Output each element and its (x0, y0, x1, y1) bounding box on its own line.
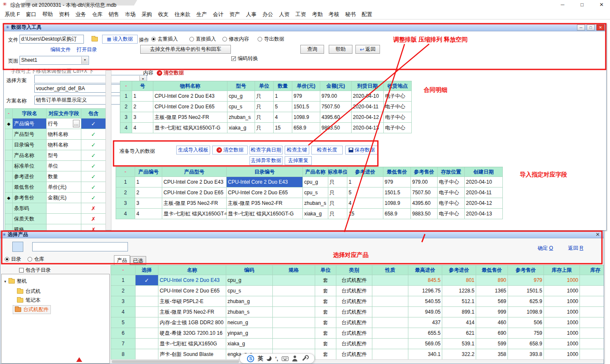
table-cell[interactable]: cpu_g (303, 177, 328, 188)
table-cell[interactable]: 电子中心 (438, 177, 465, 188)
table-cell[interactable] (5, 171, 13, 182)
table-cell[interactable]: 322.2 (442, 349, 476, 360)
table-cell[interactable]: 主板-华硕 P5PL2-E (158, 296, 226, 307)
tree-item-root[interactable]: ▾ 整机 (4, 278, 27, 285)
menu-item[interactable]: 考勤 (309, 9, 326, 19)
table-cell[interactable]: 台式机配件 (336, 328, 372, 339)
table-cell[interactable]: 2020-04-12 (465, 198, 503, 209)
table-cell[interactable] (5, 150, 13, 161)
remove-abnormal-button[interactable]: 去掉异常数据 (250, 156, 283, 165)
table-cell[interactable] (136, 349, 158, 360)
table-cell[interactable]: CPU-Intel Core 2 Duo E65 (227, 188, 303, 198)
table-cell[interactable]: 参考售价 (13, 193, 47, 203)
table-cell[interactable]: zhuban_s (226, 307, 273, 317)
browse-file-button[interactable] (89, 35, 100, 43)
radio-modify-content[interactable]: 修改内容 (222, 36, 249, 43)
edit-file-link[interactable]: 编辑文件 (50, 46, 71, 53)
table-cell[interactable]: 1000 (544, 339, 580, 349)
table-cell[interactable] (136, 328, 158, 339)
table-cell[interactable] (273, 296, 315, 307)
confirm-link[interactable]: 确定 O (538, 245, 553, 252)
table-cell[interactable] (136, 296, 158, 307)
table-cell[interactable]: 套 (315, 296, 336, 307)
table-cell[interactable]: 3 (135, 198, 162, 209)
table-cell[interactable]: zhuban_s (227, 112, 255, 123)
table-cell[interactable]: 电子中心 (438, 188, 465, 198)
table-cell[interactable]: CPU-Intel Core 2 Duo E65 (153, 102, 227, 112)
table-cell[interactable]: 979 (383, 177, 411, 188)
table-cell[interactable]: 1000 (544, 317, 580, 328)
menu-item[interactable]: 秘书 (342, 9, 359, 19)
table-cell[interactable]: ✓ (81, 140, 106, 150)
menu-item[interactable]: 资料 (56, 9, 72, 19)
table-cell[interactable]: ✓ (81, 161, 106, 171)
table-cell[interactable]: 979 (292, 91, 320, 102)
menu-item[interactable]: 市场 (122, 9, 139, 19)
table-cell[interactable]: 套 (315, 317, 336, 328)
menu-item[interactable]: 仓库 (89, 9, 105, 19)
table-cell[interactable]: 只 (328, 177, 347, 188)
table-cell[interactable]: 电子中心 (384, 112, 412, 123)
table-cell[interactable]: 7507.50 (320, 102, 352, 112)
table-cell[interactable]: ✓ (136, 275, 158, 286)
table-cell[interactable]: 电子中心 (438, 209, 465, 219)
table-cell[interactable]: 套 (315, 275, 336, 286)
table-cell[interactable]: ✓ (81, 193, 106, 203)
table-cell[interactable]: 890 (476, 275, 508, 286)
menu-item[interactable]: 办公 (260, 9, 276, 19)
table-cell[interactable]: 物料名称 (47, 140, 81, 150)
table-cell[interactable]: 460 (476, 317, 508, 328)
table-cell[interactable] (5, 203, 13, 214)
table-cell[interactable]: 金额(元) (47, 193, 81, 203)
table-cell[interactable]: 9883.50 (320, 123, 352, 133)
table-cell[interactable]: 条形码 (13, 203, 47, 214)
table-cell[interactable] (136, 317, 158, 328)
table-cell[interactable]: 2020-04-12 (352, 112, 384, 123)
table-cell[interactable]: 显卡-七彩虹 镭风X1650G (158, 339, 226, 349)
table-cell[interactable] (136, 339, 158, 349)
table-cell[interactable] (273, 275, 315, 286)
table-cell[interactable]: ◆ (5, 119, 13, 129)
punctuation-indicator[interactable]: ’, (275, 356, 278, 362)
return-link[interactable]: 返回 R (568, 245, 583, 252)
table-cell[interactable]: CPU-Intel Core 2 Duo E43 (162, 177, 227, 188)
menu-item[interactable]: 会计 (210, 9, 227, 19)
table-cell[interactable] (372, 296, 408, 307)
expander-icon[interactable]: ▾ (4, 279, 6, 284)
table-cell[interactable]: ✗ (81, 203, 106, 214)
table-cell[interactable]: xiaka_g (227, 123, 255, 133)
check-primary-key-button[interactable]: 检查主键 (285, 146, 309, 154)
table-cell[interactable]: 801 (442, 275, 476, 286)
radio-dedupe-insert[interactable]: 去重插入 (151, 36, 178, 43)
moon-icon[interactable] (266, 356, 272, 361)
table-cell[interactable]: 540.55 (408, 296, 442, 307)
table-cell[interactable] (136, 307, 158, 317)
radio-direct-insert[interactable]: 直接插入 (189, 36, 216, 43)
table-cell[interactable]: 1 (347, 177, 383, 188)
table-cell[interactable]: 1228.5 (442, 286, 476, 296)
table-cell[interactable]: 4 (274, 112, 292, 123)
table-cell[interactable]: 4395.60 (320, 112, 352, 123)
table-cell[interactable]: 2020-04-13 (465, 209, 503, 219)
table-cell[interactable]: 658.9 (508, 339, 544, 349)
table-cell[interactable]: 产品编号 (13, 119, 47, 129)
table-cell[interactable]: 658.9 (292, 123, 320, 133)
table-cell[interactable]: 台式机配件 (336, 307, 372, 317)
table-cell[interactable]: 4 (116, 209, 135, 219)
table-cell[interactable]: 物料名称 (47, 129, 81, 140)
table-cell[interactable] (5, 129, 13, 140)
table-cell[interactable]: 414 (442, 317, 476, 328)
file-path-input[interactable]: d:\Users\Desktop\采购订 (19, 35, 84, 44)
menu-item[interactable]: 窗口 (23, 9, 39, 19)
table-cell[interactable]: 只 (328, 188, 347, 198)
table-cell[interactable] (47, 214, 81, 224)
table-cell[interactable]: CPU-Intel Core 2 Duo E43 (158, 275, 226, 286)
table-cell[interactable]: CPU-Intel Core 2 Duo E43 (227, 177, 303, 188)
open-directory-link[interactable]: 打开目录 (77, 46, 97, 53)
table-cell[interactable] (47, 203, 81, 214)
table-cell[interactable]: 625.9 (508, 296, 544, 307)
menu-item[interactable]: 人资 (276, 9, 293, 19)
table-cell[interactable]: 1365 (476, 286, 508, 296)
table-cell[interactable]: 4 (132, 123, 153, 133)
table-cell[interactable] (580, 296, 604, 307)
